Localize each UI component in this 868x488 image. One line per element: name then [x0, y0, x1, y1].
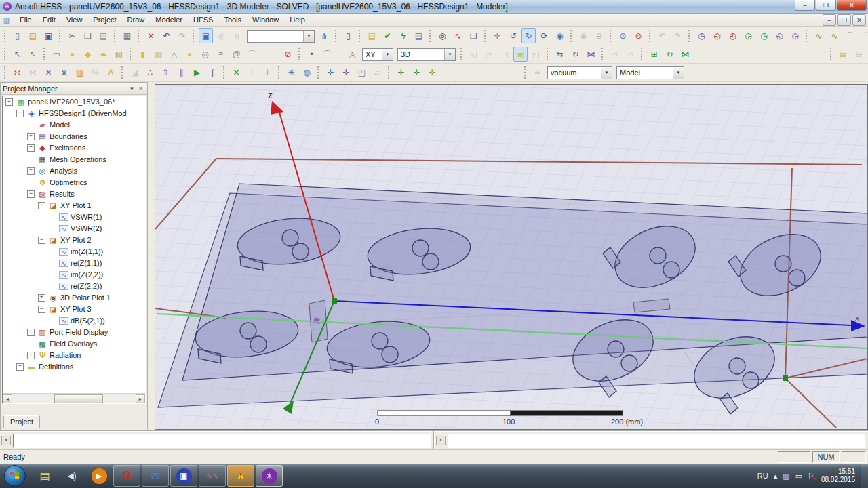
progress-area[interactable]: [448, 434, 865, 448]
open-project-icon[interactable]: ▤: [26, 28, 40, 43]
tree-item-optimetrics[interactable]: ⚙Optimetrics: [3, 177, 145, 188]
tree-item-re-z-1-1[interactable]: ∿re(Z(1,1)): [3, 258, 145, 269]
tree-horizontal-scrollbar[interactable]: ◄ ►: [3, 393, 145, 403]
mdi-close-button[interactable]: ✕: [852, 14, 866, 26]
tree-expander-icon[interactable]: +: [27, 352, 35, 359]
chevron-down-icon[interactable]: ▼: [303, 30, 314, 42]
help-pointer-icon[interactable]: ↖: [10, 47, 24, 62]
menu-hfss[interactable]: HFSS: [188, 14, 218, 26]
analyze-all-icon[interactable]: ϟ: [396, 28, 410, 43]
tree-expander-icon[interactable]: −: [5, 98, 13, 106]
project-tree[interactable]: −▦panelUVE2600_15V3_06*−◈HFSSDesign1 (Dr…: [2, 96, 146, 404]
mdi-minimize-button[interactable]: –: [823, 14, 836, 26]
explode-icon[interactable]: ✕: [229, 65, 243, 80]
hfss-app-icon[interactable]: ✳: [256, 465, 283, 487]
media-player-icon[interactable]: ▶: [86, 466, 112, 486]
wcs-offset-icon[interactable]: ✛: [394, 65, 408, 80]
explorer-icon[interactable]: ▤: [32, 466, 58, 486]
draw-torus-icon[interactable]: ◎: [198, 47, 212, 62]
tree-expander-icon[interactable]: −: [16, 110, 24, 117]
duplicate-rotate-icon[interactable]: ↻: [663, 47, 677, 62]
cs-global-icon[interactable]: ✛: [323, 65, 338, 80]
draw-cone-icon[interactable]: △: [167, 47, 181, 62]
draw-circle-icon[interactable]: ●: [65, 47, 79, 62]
draw-sweep-icon[interactable]: ⌒: [245, 47, 259, 62]
tree-item-re-z-2-2[interactable]: ∿re(Z(2,2)): [3, 281, 145, 292]
tree-item-im-z-2-2[interactable]: ∿im(Z(2,2)): [3, 269, 145, 281]
select-face-icon[interactable]: ▣: [199, 28, 213, 43]
snap-vertex-icon[interactable]: ✕: [41, 65, 56, 80]
wcs-axis-icon[interactable]: ✛: [425, 65, 439, 80]
spring-app-icon[interactable]: ∿∿: [199, 465, 226, 487]
rotate-model-center-icon[interactable]: ↺: [506, 28, 520, 43]
tree-expander-icon[interactable]: +: [38, 294, 45, 302]
tree-item-db-s-2-1[interactable]: ∿dB(S(2,1)): [3, 315, 145, 327]
tree-item-xy-plot-3[interactable]: −◪XY Plot 3: [3, 304, 145, 315]
scroll-right-icon[interactable]: ►: [136, 394, 145, 403]
language-indicator[interactable]: RU: [757, 472, 768, 480]
mdi-restore-button[interactable]: ❐: [837, 14, 851, 26]
solve-distributed-icon[interactable]: ◶: [788, 28, 802, 43]
tree-expander-icon[interactable]: +: [27, 133, 35, 140]
model-scope-combo[interactable]: Model▼: [616, 66, 684, 79]
new-object-material-icon[interactable]: ▤: [836, 47, 850, 62]
menu-draw[interactable]: Draw: [122, 14, 151, 26]
cut-icon[interactable]: ✂: [65, 28, 79, 43]
tree-item-im-z-1-1[interactable]: ∿im(Z(1,1)): [3, 246, 145, 258]
validate-icon[interactable]: ✔: [380, 28, 395, 43]
draw-ellipse-icon[interactable]: ●: [93, 47, 115, 62]
scroll-left-icon[interactable]: ◄: [3, 394, 12, 403]
menu-window[interactable]: Window: [247, 14, 284, 26]
tree-expander-icon[interactable]: −: [27, 190, 35, 198]
measure-length-icon[interactable]: ∺: [26, 65, 40, 80]
3d-viewport[interactable]: Z X 0 100 200 (mm): [155, 84, 868, 430]
selection-combo[interactable]: ▼: [247, 30, 315, 43]
abort-analysis-icon[interactable]: ◵: [710, 28, 724, 43]
menu-project[interactable]: Project: [87, 14, 121, 26]
tray-flag-icon[interactable]: ⚐✕: [808, 472, 814, 481]
duplicate-mirror-icon[interactable]: ⋈: [678, 47, 692, 62]
tree-item-mesh-operations[interactable]: ▦Mesh Operations: [3, 154, 145, 165]
chevron-down-icon[interactable]: ▼: [673, 67, 684, 79]
tray-power-icon[interactable]: ▥: [783, 472, 789, 481]
tree-item-vswr-1[interactable]: ∿VSWR(1): [3, 211, 145, 223]
draw-rectangle-icon[interactable]: ▭: [50, 47, 64, 62]
move-up-icon[interactable]: ⇧: [159, 65, 173, 80]
tree-item-boundaries[interactable]: +▤Boundaries: [3, 131, 145, 142]
close-progress-dock-button[interactable]: x: [436, 436, 446, 445]
draw-bondwire-icon[interactable]: ⊘: [281, 47, 295, 62]
measure-position-icon[interactable]: ∺: [10, 65, 24, 80]
close-message-dock-button[interactable]: x: [1, 436, 11, 445]
draw-spiral-icon[interactable]: @: [229, 47, 243, 62]
tree-item-results[interactable]: −▨Results: [3, 188, 145, 200]
tab-project[interactable]: Project: [3, 415, 40, 428]
tree-expander-icon[interactable]: +: [16, 363, 24, 371]
volume-icon[interactable]: ◀): [59, 466, 85, 486]
copy-image-icon[interactable]: ❏: [467, 28, 481, 43]
scroll-track[interactable]: [12, 394, 136, 403]
curve-wave-2-icon[interactable]: ∿: [827, 28, 842, 43]
material-colors-icon[interactable]: ∴: [143, 65, 157, 80]
integrate-icon[interactable]: ∫: [205, 65, 220, 80]
tree-item-port-field-display[interactable]: +▥Port Field Display: [3, 327, 145, 338]
section-icon[interactable]: ∥: [174, 65, 189, 80]
color-key-icon[interactable]: ▥: [73, 65, 87, 80]
draw-sphere-icon[interactable]: ●: [182, 47, 197, 62]
mesh-view-icon[interactable]: ◍: [300, 65, 314, 80]
analyze-queue-icon[interactable]: ◷: [757, 28, 771, 43]
fit-all-icon[interactable]: ⊙: [616, 28, 630, 43]
tree-expander-icon[interactable]: +: [27, 329, 35, 336]
menu-modeler[interactable]: Modeler: [150, 14, 188, 26]
solve-setup-icon[interactable]: ◷: [694, 28, 709, 43]
document-icon[interactable]: ▥: [2, 16, 12, 24]
drawing-mode-combo[interactable]: 3D▼: [397, 48, 456, 61]
tree-item-xy-plot-2[interactable]: −◪XY Plot 2: [3, 235, 145, 246]
mesh-refine-icon[interactable]: ✳: [284, 65, 298, 80]
menu-file[interactable]: File: [14, 14, 37, 26]
fit-selection-icon[interactable]: ⊚: [631, 28, 646, 43]
pan-icon[interactable]: ✛: [490, 28, 505, 43]
tree-expander-icon[interactable]: −: [38, 306, 45, 313]
curve-wave-1-icon[interactable]: ∿: [812, 28, 826, 43]
menu-edit[interactable]: Edit: [37, 14, 61, 26]
warning-app-icon[interactable]: ▲!: [227, 465, 254, 487]
